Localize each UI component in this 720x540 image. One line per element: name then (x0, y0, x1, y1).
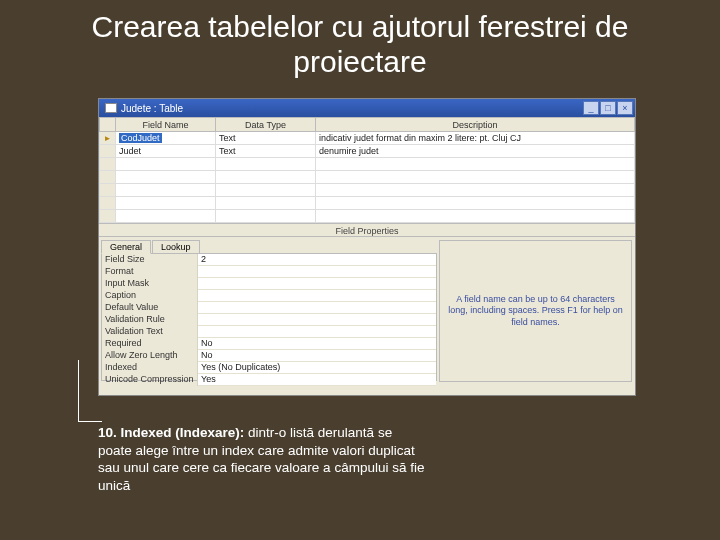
table-row[interactable] (100, 171, 635, 184)
col-field-name[interactable]: Field Name (116, 118, 216, 132)
table-design-window: Judete : Table _ □ × Field Name Data Typ… (98, 98, 636, 396)
prop-caption[interactable]: Caption (102, 290, 436, 302)
table-icon (105, 103, 117, 113)
description-cell[interactable]: denumire judet (316, 145, 635, 158)
data-type-cell[interactable]: Text (216, 145, 316, 158)
helper-text: A field name can be up to 64 characters … (439, 240, 632, 382)
prop-input-mask[interactable]: Input Mask (102, 278, 436, 290)
table-row[interactable]: Judet Text denumire judet (100, 145, 635, 158)
table-row[interactable] (100, 197, 635, 210)
field-properties-label: Field Properties (99, 223, 635, 237)
property-tabs: General Lookup (101, 239, 437, 253)
window-titlebar: Judete : Table _ □ × (99, 99, 635, 117)
caption-lead: 10. Indexed (Indexare): (98, 425, 244, 440)
table-row[interactable] (100, 210, 635, 223)
callout-connector (78, 360, 102, 422)
minimize-button[interactable]: _ (583, 101, 599, 115)
table-row[interactable] (100, 158, 635, 171)
close-button[interactable]: × (617, 101, 633, 115)
prop-validation-text[interactable]: Validation Text (102, 326, 436, 338)
tab-lookup[interactable]: Lookup (152, 240, 200, 254)
primary-key-icon: ► (100, 132, 116, 145)
fields-grid[interactable]: Field Name Data Type Description ► CodJu… (99, 117, 635, 223)
prop-indexed[interactable]: IndexedYes (No Duplicates) (102, 362, 436, 374)
data-type-cell[interactable]: Text (216, 132, 316, 145)
prop-default-value[interactable]: Default Value (102, 302, 436, 314)
properties-panel: Field Size2 Format Input Mask Caption De… (101, 253, 437, 381)
row-selector-header (100, 118, 116, 132)
col-description[interactable]: Description (316, 118, 635, 132)
table-row[interactable]: ► CodJudet Text indicativ judet format d… (100, 132, 635, 145)
description-cell[interactable]: indicativ judet format din maxim 2 liter… (316, 132, 635, 145)
prop-unicode-compression[interactable]: Unicode CompressionYes (102, 374, 436, 386)
col-data-type[interactable]: Data Type (216, 118, 316, 132)
table-row[interactable] (100, 184, 635, 197)
slide-title: Crearea tabelelor cu ajutorul ferestrei … (0, 0, 720, 85)
field-name-cell[interactable]: CodJudet (116, 132, 216, 145)
maximize-button[interactable]: □ (600, 101, 616, 115)
prop-allow-zero-length[interactable]: Allow Zero LengthNo (102, 350, 436, 362)
field-name-cell[interactable]: Judet (116, 145, 216, 158)
prop-format[interactable]: Format (102, 266, 436, 278)
prop-validation-rule[interactable]: Validation Rule (102, 314, 436, 326)
slide-caption: 10. Indexed (Indexare): dintr-o listă de… (98, 424, 428, 494)
row-selector (100, 145, 116, 158)
window-title: Judete : Table (121, 103, 183, 114)
window-buttons: _ □ × (583, 101, 633, 115)
prop-field-size[interactable]: Field Size2 (102, 254, 436, 266)
tab-general[interactable]: General (101, 240, 151, 254)
prop-required[interactable]: RequiredNo (102, 338, 436, 350)
